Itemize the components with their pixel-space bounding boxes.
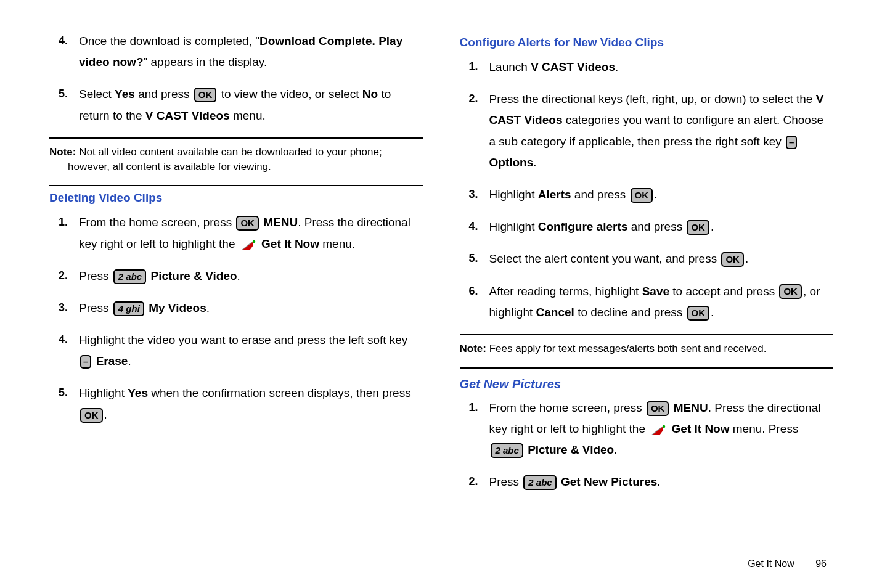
step-text: Highlight the video you want to erase an… xyxy=(79,333,407,367)
step-4: 4. Once the download is completed, "Down… xyxy=(79,31,423,73)
step-text: Select the alert content you want, and p… xyxy=(489,252,749,265)
ok-key-icon: OK xyxy=(687,306,710,321)
step-4: 4. Highlight the video you want to erase… xyxy=(79,330,423,372)
step-text: Launch V CAST Videos. xyxy=(489,60,619,73)
step-2: 2. Press 2 abc Get New Pictures. xyxy=(489,472,833,492)
step-number: 1. xyxy=(49,212,68,232)
step-number: 5. xyxy=(460,248,478,268)
note-box: Note: Not all video content available ca… xyxy=(49,144,423,176)
page-footer: Get It Now 96 xyxy=(748,558,827,570)
step-text: Press the directional keys (left, right,… xyxy=(489,92,824,169)
ok-key-icon: OK xyxy=(194,88,217,102)
step-text: Highlight Yes when the confirmation scre… xyxy=(79,386,411,420)
get-new-pictures-steps: 1. From the home screen, press OK MENU. … xyxy=(460,398,833,493)
step-text: Press 4 ghi My Videos. xyxy=(79,301,210,314)
ok-key-icon: OK xyxy=(80,408,103,423)
step-2: 2. Press 2 abc Picture & Video. xyxy=(79,266,423,287)
ok-key-icon: OK xyxy=(647,401,669,416)
ok-key-icon: OK xyxy=(236,216,259,231)
right-column: Configure Alerts for New Video Clips 1. … xyxy=(460,31,833,504)
keypad-2-icon: 2 abc xyxy=(523,475,556,490)
ok-key-icon: OK xyxy=(721,252,744,267)
step-number: 2. xyxy=(460,472,478,491)
ok-key-icon: OK xyxy=(779,284,802,299)
two-column-layout: 4. Once the download is completed, "Down… xyxy=(49,31,833,504)
step-5: 5. Highlight Yes when the confirmation s… xyxy=(79,383,423,425)
step-1: 1. From the home screen, press OK MENU. … xyxy=(79,212,423,254)
svg-point-5 xyxy=(663,425,666,428)
step-number: 5. xyxy=(49,383,68,402)
heading-deleting-video-clips: Deleting Video Clips xyxy=(49,191,423,205)
deleting-steps: 1. From the home screen, press OK MENU. … xyxy=(49,212,423,425)
step-2: 2. Press the directional keys (left, rig… xyxy=(489,89,833,173)
divider xyxy=(49,185,423,186)
left-column: 4. Once the download is completed, "Down… xyxy=(49,31,423,504)
step-number: 4. xyxy=(460,216,478,236)
ok-key-icon: OK xyxy=(631,188,653,203)
keypad-4-icon: 4 ghi xyxy=(113,301,144,316)
step-number: 3. xyxy=(49,298,68,317)
divider xyxy=(49,137,423,139)
softkey-dash-icon: – xyxy=(786,136,797,149)
divider xyxy=(460,367,833,369)
footer-section: Get It Now xyxy=(748,558,794,569)
keypad-2-icon: 2 abc xyxy=(113,269,146,284)
softkey-dash-icon: – xyxy=(80,355,91,369)
step-number: 6. xyxy=(460,281,478,301)
svg-point-2 xyxy=(252,240,255,243)
ok-key-icon: OK xyxy=(687,220,709,235)
step-1: 1. From the home screen, press OK MENU. … xyxy=(489,398,833,461)
step-3: 3. Press 4 ghi My Videos. xyxy=(79,298,423,319)
step-1: 1. Launch V CAST Videos. xyxy=(489,57,833,78)
step-text: After reading terms, highlight Save to a… xyxy=(489,285,820,319)
heading-get-new-pictures: Get New Pictures xyxy=(460,377,833,391)
get-it-now-arrow-icon xyxy=(650,423,667,436)
step-number: 1. xyxy=(460,398,478,417)
step-text: Press 2 abc Get New Pictures. xyxy=(489,475,661,488)
note-text: Not all video content available can be d… xyxy=(76,146,382,158)
step-6: 6. After reading terms, highlight Save t… xyxy=(489,281,833,323)
step-number: 4. xyxy=(49,330,68,349)
note-label: Note: xyxy=(49,146,76,158)
step-text: Press 2 abc Picture & Video. xyxy=(79,269,240,282)
step-number: 2. xyxy=(49,266,68,285)
step-number: 3. xyxy=(460,184,478,204)
note-label: Note: xyxy=(460,343,486,354)
note-text-line2: however, all content is available for vi… xyxy=(49,160,423,174)
step-text: From the home screen, press OK MENU. Pre… xyxy=(489,401,821,456)
note-box: Note: Fees apply for text messages/alert… xyxy=(460,340,833,357)
step-text: From the home screen, press OK MENU. Pre… xyxy=(79,216,410,250)
step-number: 2. xyxy=(460,89,478,108)
step-text: Highlight Alerts and press OK. xyxy=(489,188,658,201)
step-number: 5. xyxy=(49,84,68,104)
configure-alerts-steps: 1. Launch V CAST Videos. 2. Press the di… xyxy=(460,57,833,323)
step-number: 4. xyxy=(49,31,68,51)
download-steps-continued: 4. Once the download is completed, "Down… xyxy=(49,31,423,126)
step-5: 5. Select the alert content you want, an… xyxy=(489,248,833,269)
step-text: Once the download is completed, "Downloa… xyxy=(79,35,402,68)
footer-page-number: 96 xyxy=(815,558,827,569)
step-3: 3. Highlight Alerts and press OK. xyxy=(489,184,833,205)
heading-configure-alerts: Configure Alerts for New Video Clips xyxy=(460,36,833,49)
note-text: Fees apply for text messages/alerts both… xyxy=(486,343,767,354)
divider xyxy=(460,334,833,335)
step-text: Highlight Configure alerts and press OK. xyxy=(489,220,714,233)
keypad-2-icon: 2 abc xyxy=(491,443,523,458)
step-4: 4. Highlight Configure alerts and press … xyxy=(489,216,833,237)
step-text: Select Yes and press OK to view the vide… xyxy=(79,88,391,121)
step-number: 1. xyxy=(460,57,478,76)
step-5: 5. Select Yes and press OK to view the v… xyxy=(79,84,423,126)
get-it-now-arrow-icon xyxy=(240,239,257,251)
